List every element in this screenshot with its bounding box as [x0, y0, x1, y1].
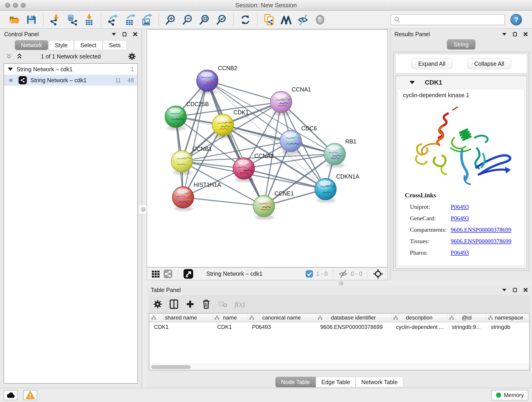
export-table-to-file-icon[interactable] — [123, 13, 137, 27]
import-network-from-database-icon[interactable] — [65, 13, 79, 27]
toolbar-search[interactable] — [390, 14, 505, 25]
node-label-CDC25B: CDC25B — [186, 101, 209, 107]
panel-collapse-icon[interactable] — [502, 288, 507, 292]
network-edge-CCNB2-CCNA1[interactable] — [207, 81, 281, 102]
crosslink-link[interactable]: P06493 — [451, 249, 469, 256]
panel-collapse-icon[interactable] — [111, 32, 116, 36]
tab-style[interactable]: Style — [49, 40, 74, 50]
expand-all-button[interactable]: Expand All — [411, 58, 452, 69]
toolbar-separator — [368, 269, 368, 279]
column-header-canonical-name[interactable]: canonical name — [247, 313, 316, 322]
table-row[interactable]: CDK1CDK1P064939606.ENSP00000378699cyclin… — [149, 322, 529, 332]
network-edge-count: 48 — [127, 77, 134, 84]
panel-float-icon[interactable] — [513, 32, 517, 37]
search-input[interactable] — [402, 17, 502, 23]
network-collection-bar: 1 of 1 Network selected — [0, 50, 142, 62]
tab-sets[interactable]: Sets — [103, 40, 127, 50]
export-network-to-file-icon[interactable] — [106, 13, 120, 27]
node-label-CDK1: CDK1 — [234, 109, 249, 115]
collection-expand-caret-icon[interactable] — [8, 68, 13, 71]
help-button[interactable]: ? — [510, 14, 522, 26]
collapse-all-chevron-icon[interactable] — [6, 53, 12, 60]
add-column-icon[interactable] — [186, 300, 195, 309]
scrollbar-thumb[interactable] — [151, 365, 191, 369]
grid-view-icon[interactable] — [151, 269, 160, 279]
collapse-all-button[interactable]: Collapse All — [467, 58, 511, 69]
crosslinks-list: Uniprot:P06493GeneCard:P06493Compartment… — [405, 201, 525, 259]
tab-network-table[interactable]: Network Table — [355, 377, 403, 387]
network-overview-icon[interactable] — [163, 269, 173, 279]
crosslinks-title: CrossLinks — [405, 191, 525, 199]
apply-preferred-layout-icon[interactable] — [238, 13, 253, 27]
tab-string[interactable]: String — [447, 39, 475, 50]
table-horizontal-scrollbar[interactable] — [149, 364, 529, 370]
network-view-canvas[interactable]: CCNB2CCNA1CDC25BCDK1CDC6RB1CCNB1CCNA2CDK… — [147, 29, 388, 268]
zoom-selected-icon[interactable] — [215, 13, 229, 27]
network-row[interactable]: String Network – cdk1 11 48 — [4, 75, 138, 86]
open-in-new-window-icon[interactable] — [183, 269, 194, 279]
crosslink-link[interactable]: P06493 — [451, 215, 469, 222]
warnings-button[interactable] — [23, 390, 37, 400]
crosslink-link[interactable]: 9606.ENSP00000378699 — [451, 226, 511, 233]
show-all-icon[interactable] — [313, 13, 327, 27]
control-panel: Control Panel NetworkStyleSelectSets 1 o… — [0, 29, 142, 387]
panel-close-icon[interactable] — [133, 32, 138, 36]
hide-selection-icon[interactable] — [296, 13, 310, 27]
new-network-from-selection-icon[interactable] — [262, 13, 276, 27]
open-session-icon[interactable] — [7, 13, 22, 27]
tab-network[interactable]: Network — [15, 40, 48, 50]
birdseye-crosshair-icon[interactable] — [373, 269, 383, 279]
show-columns-icon[interactable] — [169, 299, 179, 309]
crosslink-link[interactable]: 9606.ENSP00000378699 — [451, 238, 511, 245]
memory-button[interactable]: Memory — [491, 390, 528, 400]
table-settings-gear-icon[interactable] — [153, 300, 162, 309]
network-edge-CCNB2-HIST1H1A[interactable] — [183, 81, 207, 197]
column-header-shared-name[interactable]: shared name — [149, 313, 213, 322]
delete-column-trash-icon[interactable] — [202, 299, 211, 309]
table-toolbar: f(x) — [149, 295, 530, 313]
left-splitter-handle[interactable] — [138, 205, 147, 214]
table-cell[interactable]: cyclin-dependent ... — [391, 324, 447, 330]
import-network-from-file-icon[interactable] — [48, 13, 62, 27]
cloud-services-button[interactable] — [4, 390, 17, 400]
horizontal-splitter-handle[interactable] — [339, 281, 343, 286]
node-result-header[interactable]: CDK1 — [396, 76, 526, 89]
expand-all-chevron-icon[interactable] — [16, 53, 23, 60]
tab-select[interactable]: Select — [74, 40, 102, 50]
table-cell[interactable]: stringdb:9... — [447, 324, 486, 330]
first-neighbors-icon[interactable] — [279, 13, 293, 27]
tab-edge-table[interactable]: Edge Table — [316, 377, 356, 387]
network-collection-row[interactable]: String Network – cdk1 1 — [4, 64, 138, 75]
table-cell[interactable]: 9606.ENSP00000378699 — [316, 324, 391, 330]
network-edge-CDK1-RB1[interactable] — [223, 125, 335, 154]
panel-close-icon[interactable] — [523, 32, 528, 36]
import-table-from-file-icon[interactable] — [82, 13, 96, 27]
crosslink-link[interactable]: P06493 — [451, 204, 469, 211]
column-header--id[interactable]: @id — [447, 313, 486, 322]
column-header-description[interactable]: description — [391, 313, 447, 322]
panel-float-icon[interactable] — [513, 288, 517, 293]
tab-node-table[interactable]: Node Table — [275, 377, 316, 387]
network-options-gear-icon[interactable] — [128, 52, 136, 61]
network-edge-HIST1H1A-CCNE1[interactable] — [183, 197, 264, 206]
column-header-label: @id — [462, 314, 472, 321]
column-header-database-identifier[interactable]: database identifier — [316, 313, 391, 322]
zoom-fit-content-icon[interactable] — [197, 13, 212, 27]
save-session-icon[interactable] — [24, 13, 38, 27]
panel-collapse-icon[interactable] — [502, 32, 507, 36]
column-header-namespace[interactable]: namespace — [486, 313, 530, 322]
table-cell[interactable]: CDK1 — [149, 324, 213, 330]
zoom-in-icon[interactable] — [164, 13, 178, 27]
section-expand-caret-icon[interactable] — [410, 81, 415, 84]
table-cell[interactable]: CDK1 — [213, 324, 247, 330]
table-cell[interactable]: P06493 — [247, 324, 316, 330]
selected-nodes-checkbox-icon[interactable] — [306, 270, 313, 278]
panel-float-icon[interactable] — [122, 32, 127, 37]
crosslink-row: Pharos:P06493 — [405, 247, 525, 259]
hidden-eye-icon[interactable] — [338, 269, 348, 279]
export-image-icon[interactable] — [140, 13, 154, 27]
table-cell[interactable]: stringdb — [486, 324, 530, 330]
column-header-name[interactable]: name — [213, 313, 247, 322]
panel-close-icon[interactable] — [523, 288, 528, 292]
zoom-out-icon[interactable] — [181, 13, 195, 27]
